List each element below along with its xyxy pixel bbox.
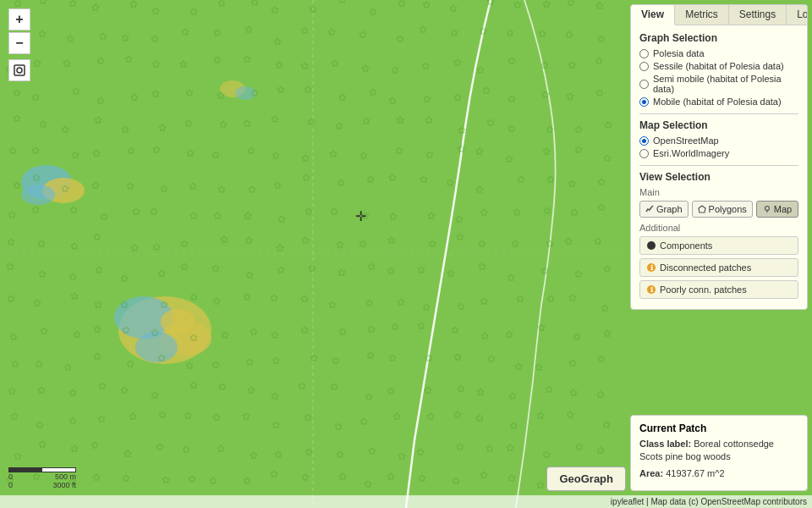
map-view-button[interactable]: Map [756, 201, 798, 218]
radio-osm-dot [642, 139, 646, 143]
components-button[interactable]: Components [639, 236, 798, 255]
radio-semi-mobile[interactable]: Semi mobile (habitat of Polesia data) [639, 74, 798, 94]
svg-rect-12 [14, 65, 25, 75]
radio-esri[interactable]: Esri.WorldImagery [639, 148, 798, 158]
geograph-button[interactable]: GeoGraph [546, 467, 626, 491]
polygons-btn-label: Polygons [709, 204, 747, 214]
main-label: Main [639, 187, 798, 197]
area-prefix: Area: [639, 468, 663, 478]
polygons-view-button[interactable]: Polygons [692, 201, 753, 218]
tab-view[interactable]: View [631, 5, 675, 25]
components-icon [647, 241, 656, 250]
radio-esri-circle [639, 149, 649, 158]
graph-selection-title: Graph Selection [639, 32, 798, 44]
graph-btn-label: Graph [656, 204, 683, 214]
svg-point-13 [17, 68, 22, 73]
zoom-out-button[interactable]: − [8, 32, 30, 54]
current-patch-class: Class label: Boreal cottonsedge Scots pi… [639, 438, 798, 464]
radio-osm-circle [639, 136, 649, 146]
radio-mobile[interactable]: Mobile (habitat of Polesia data) [639, 97, 798, 107]
poorly-connected-label: Poorly conn. patches [660, 284, 747, 295]
map-selection-group: OpenStreetMap Esri.WorldImagery [639, 135, 798, 158]
scale-bar: 0 500 m 0 3000 ft [8, 467, 76, 489]
tab-settings[interactable]: Settings [729, 5, 787, 25]
map-controls: + − [8, 8, 30, 81]
poorly-connected-icon: ℹ [647, 285, 656, 294]
svg-point-15 [765, 207, 769, 211]
graph-icon [645, 205, 654, 213]
graph-selection-group: Polesia data Sessile (habitat of Polesia… [639, 48, 798, 107]
disconnected-patches-button[interactable]: ℹ Disconnected patches [639, 258, 798, 277]
view-selection-title: View Selection [639, 171, 798, 183]
radio-mobile-circle [639, 97, 649, 107]
svg-marker-14 [699, 206, 705, 213]
radio-osm-label: OpenStreetMap [653, 135, 719, 146]
radio-sessile[interactable]: Sessile (habitat of Polesia data) [639, 61, 798, 71]
radio-mobile-dot [642, 100, 646, 104]
locate-button[interactable] [8, 59, 30, 81]
disconnected-patches-label: Disconnected patches [660, 262, 751, 273]
poorly-connected-button[interactable]: ℹ Poorly conn. patches [639, 280, 798, 299]
radio-semi-mobile-label: Semi mobile (habitat of Polesia data) [653, 74, 798, 94]
tab-metrics[interactable]: Metrics [675, 5, 729, 25]
current-patch-area: Area: 41937.67 m^2 [639, 467, 798, 480]
components-label: Components [660, 240, 712, 251]
scale-top-label: 500 m [55, 472, 76, 481]
radio-semi-mobile-circle [639, 80, 649, 89]
tab-bar: View Metrics Settings Log [631, 5, 807, 25]
divider-2 [639, 165, 798, 166]
class-label-prefix: Class label: [639, 439, 691, 449]
radio-osm[interactable]: OpenStreetMap [639, 135, 798, 146]
attribution-text: ipyleaflet | Map data (c) OpenStreetMap … [611, 497, 807, 506]
polygon-icon [698, 205, 706, 213]
map-selection-title: Map Selection [639, 119, 798, 131]
map-container[interactable]: /* rendered via JS below */ ✛ + − [0, 0, 812, 508]
attribution: ipyleaflet | Map data (c) OpenStreetMap … [0, 495, 812, 508]
radio-sessile-circle [639, 62, 649, 71]
map-crosshair: ✛ [355, 208, 366, 224]
map-icon [763, 205, 771, 213]
radio-polesia-label: Polesia data [653, 48, 705, 58]
right-panel: View Metrics Settings Log Graph Selectio… [630, 4, 808, 310]
current-patch-title: Current Patch [639, 422, 798, 434]
view-buttons: Graph Polygons Map [639, 201, 798, 218]
zoom-in-button[interactable]: + [8, 8, 30, 30]
radio-polesia[interactable]: Polesia data [639, 48, 798, 58]
radio-mobile-label: Mobile (habitat of Polesia data) [653, 97, 782, 107]
radio-sessile-label: Sessile (habitat of Polesia data) [653, 61, 784, 71]
disconnected-icon: ℹ [647, 263, 656, 272]
scale-bottom-label: 3000 ft [52, 481, 76, 489]
area-value: 41937.67 m^2 [666, 468, 724, 478]
panel-content: Graph Selection Polesia data Sessile (ha… [631, 25, 807, 309]
additional-label: Additional [639, 223, 798, 233]
radio-esri-label: Esri.WorldImagery [653, 148, 729, 158]
divider-1 [639, 113, 798, 114]
graph-view-button[interactable]: Graph [639, 201, 689, 218]
map-btn-label: Map [774, 204, 792, 214]
tab-log[interactable]: Log [787, 5, 808, 25]
radio-polesia-circle [639, 49, 649, 58]
current-patch-panel: Current Patch Class label: Boreal cotton… [630, 415, 808, 491]
